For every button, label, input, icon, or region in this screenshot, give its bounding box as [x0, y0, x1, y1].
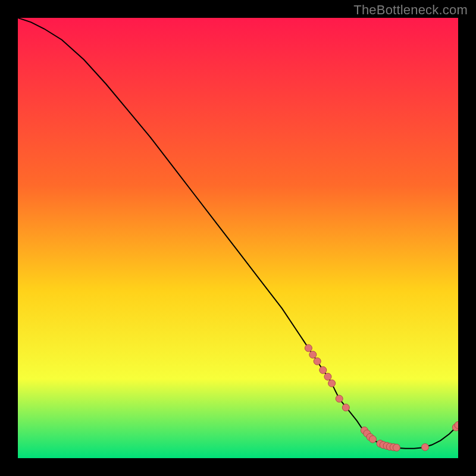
curve-marker: [369, 436, 376, 443]
curve-marker: [393, 444, 400, 451]
curve-marker: [422, 444, 429, 451]
curve-marker: [320, 367, 327, 374]
chart-svg: [18, 18, 458, 458]
chart-plot: [18, 18, 458, 458]
curve-marker: [342, 404, 349, 411]
curve-marker: [336, 395, 343, 402]
watermark-text: TheBottleneck.com: [353, 2, 468, 18]
curve-marker: [328, 380, 336, 387]
curve-marker: [309, 351, 317, 358]
curve-marker: [314, 358, 321, 365]
curve-marker: [324, 373, 331, 380]
curve-marker: [305, 345, 312, 352]
gradient-background: [18, 18, 458, 458]
chart-stage: TheBottleneck.com: [0, 0, 476, 476]
